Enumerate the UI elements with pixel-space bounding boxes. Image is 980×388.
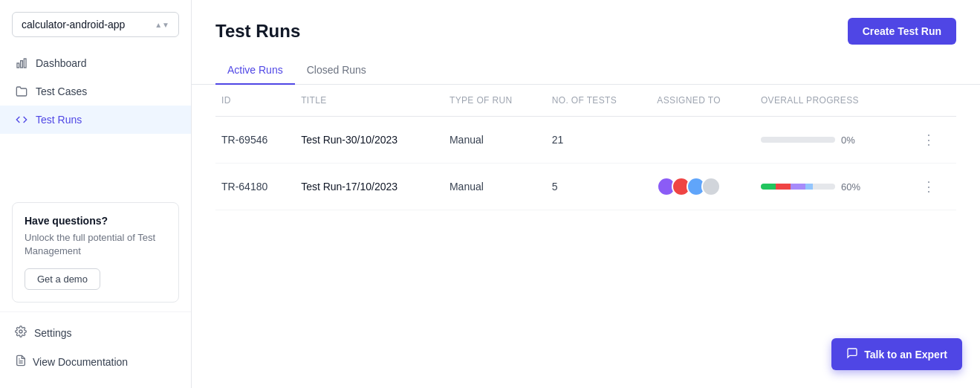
folder-icon [15, 85, 28, 98]
runs-table: ID TITLE TYPE OF RUN NO. OF TESTS ASSIGN… [215, 85, 956, 210]
row-menu-button[interactable]: ⋮ [919, 175, 950, 198]
run-progress: 0% [755, 117, 914, 164]
sidebar-item-test-runs[interactable]: Test Runs [0, 106, 191, 134]
main-content: Test Runs Create Test Run Active Runs Cl… [192, 0, 980, 388]
project-name: calculator-android-app [22, 19, 125, 30]
settings-icon [15, 326, 27, 340]
talk-to-expert-label: Talk to an Expert [864, 349, 947, 360]
talk-to-expert-button[interactable]: Talk to an Expert [831, 338, 962, 370]
progress-segment-purple [791, 184, 805, 190]
sidebar-item-test-runs-label: Test Runs [36, 114, 82, 126]
code-icon [15, 113, 28, 126]
progress-wrap: 60% [761, 181, 908, 193]
avatar [701, 177, 721, 196]
sidebar-item-view-docs-label: View Documentation [33, 356, 128, 368]
get-demo-button[interactable]: Get a demo [25, 268, 100, 290]
col-type: TYPE OF RUN [444, 85, 546, 117]
run-type: Manual [444, 117, 546, 164]
tabs-bar: Active Runs Closed Runs [192, 56, 980, 85]
promo-title: Have questions? [25, 215, 166, 227]
progress-segment-red [776, 184, 791, 190]
col-id: ID [215, 85, 295, 117]
run-id: TR-69546 [215, 117, 295, 164]
progress-bar-bg [761, 137, 835, 143]
sidebar-nav: Dashboard Test Cases Test Runs [0, 43, 191, 193]
tab-closed-runs-label: Closed Runs [307, 64, 366, 76]
tab-active-runs[interactable]: Active Runs [215, 56, 295, 85]
sidebar-bottom: Settings View Documentation [0, 311, 191, 388]
doc-icon [15, 355, 27, 369]
sidebar: calculator-android-app ▲▼ Dashboard Test… [0, 0, 192, 388]
promo-description: Unlock the full potential of Test Manage… [25, 231, 166, 258]
sidebar-item-settings-label: Settings [34, 327, 72, 339]
run-assigned [651, 164, 755, 210]
svg-rect-0 [17, 63, 19, 68]
progress-segment-empty [813, 184, 835, 190]
page-title: Test Runs [215, 21, 300, 42]
svg-rect-1 [21, 61, 23, 68]
sidebar-item-view-docs[interactable]: View Documentation [0, 347, 191, 376]
progress-percent: 0% [841, 135, 865, 146]
row-menu-button[interactable]: ⋮ [919, 129, 950, 151]
tab-active-runs-label: Active Runs [227, 64, 283, 76]
sidebar-item-test-cases-label: Test Cases [36, 85, 87, 97]
create-test-run-button[interactable]: Create Test Run [848, 18, 956, 45]
run-type: Manual [444, 164, 546, 210]
run-assigned [651, 117, 755, 164]
table-row: TR-64180 Test Run-17/10/2023 Manual 5 [215, 164, 956, 210]
run-menu-cell: ⋮ [913, 164, 956, 210]
sidebar-item-test-cases[interactable]: Test Cases [0, 77, 191, 106]
svg-rect-2 [24, 59, 26, 68]
run-num-tests: 21 [546, 117, 652, 164]
promo-card: Have questions? Unlock the full potentia… [12, 202, 179, 303]
sidebar-item-dashboard-label: Dashboard [36, 57, 87, 69]
sidebar-item-dashboard[interactable]: Dashboard [0, 49, 191, 77]
run-progress: 60% [755, 164, 914, 210]
bar-chart-icon [15, 56, 28, 70]
chevrons-icon: ▲▼ [155, 21, 169, 29]
progress-percent: 60% [841, 181, 865, 193]
avatar-group [657, 177, 749, 196]
run-title: Test Run-17/10/2023 [295, 164, 444, 210]
col-progress: OVERALL PROGRESS [755, 85, 914, 117]
col-num-tests: NO. OF TESTS [546, 85, 652, 117]
run-menu-cell: ⋮ [913, 117, 956, 164]
run-num-tests: 5 [546, 164, 652, 210]
col-title: TITLE [295, 85, 444, 117]
progress-wrap: 0% [761, 135, 908, 146]
table-row: TR-69546 Test Run-30/10/2023 Manual 21 0… [215, 117, 956, 164]
col-actions [913, 85, 956, 117]
main-header: Test Runs Create Test Run [192, 0, 980, 45]
progress-segment-blue [805, 184, 813, 190]
chat-icon [846, 347, 858, 361]
sidebar-item-settings[interactable]: Settings [0, 318, 191, 347]
run-title: Test Run-30/10/2023 [295, 117, 444, 164]
tab-closed-runs[interactable]: Closed Runs [295, 56, 378, 85]
project-selector[interactable]: calculator-android-app ▲▼ [12, 12, 179, 37]
progress-segment-green [761, 184, 776, 190]
progress-segmented-bar [761, 184, 835, 190]
svg-point-3 [19, 330, 22, 333]
col-assigned-to: ASSIGNED TO [651, 85, 755, 117]
run-id: TR-64180 [215, 164, 295, 210]
